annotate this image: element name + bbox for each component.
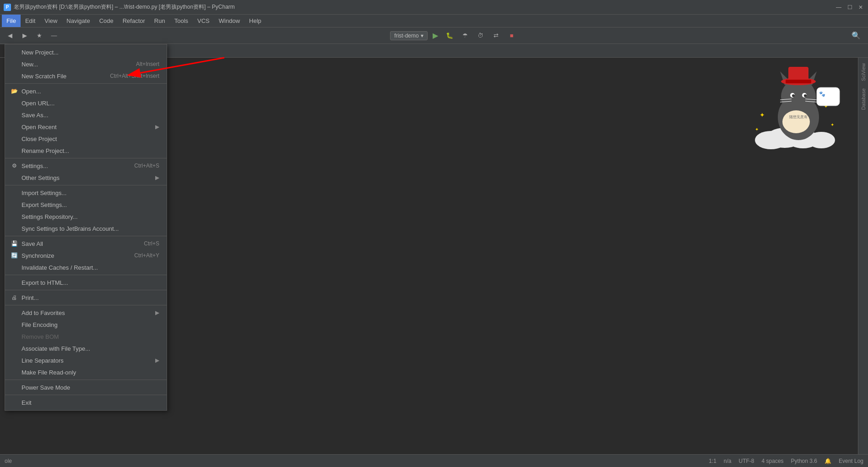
search-everywhere-icon[interactable]: 🔍 [848, 31, 864, 40]
menu-add-favorites[interactable]: Add to Favorites ▶ [5, 307, 167, 319]
save-all-shortcut: Ctrl+S [144, 240, 159, 247]
run-config-arrow: ▾ [421, 33, 423, 39]
minimize-tool-button[interactable]: — [48, 29, 60, 42]
menu-other-settings[interactable]: Other Settings ▶ [5, 172, 167, 184]
menu-synchronize[interactable]: 🔄 Synchronize Ctrl+Alt+Y [5, 250, 167, 261]
save-all-label: Save All [22, 240, 43, 247]
print-icon: 🖨 [11, 294, 18, 301]
menu-close-project[interactable]: Close Project [5, 133, 167, 145]
debug-button[interactable]: 🐛 [443, 29, 456, 42]
sync-settings-label: Sync Settings to JetBrains Account... [22, 225, 119, 232]
svg-text:✦: ✦ [830, 122, 834, 127]
forward-button[interactable]: ▶ [18, 29, 31, 42]
menu-file[interactable]: File [2, 15, 21, 27]
menu-new-scratch[interactable]: New Scratch File Ctrl+Alt+Shift+Insert [5, 70, 167, 82]
close-button[interactable]: ✕ [857, 4, 864, 11]
stop-button[interactable]: ■ [505, 29, 518, 42]
synchronize-label: Synchronize [22, 252, 54, 259]
menu-open-url[interactable]: Open URL... [5, 97, 167, 109]
menu-rename-project[interactable]: Rename Project... [5, 145, 167, 157]
status-line-sep[interactable]: 4 spaces [762, 458, 784, 464]
window-title: 老男孩python资料 [D:\老男孩python资料] – ...\frist… [14, 3, 835, 11]
line-separators-label: Line Separators [22, 357, 64, 364]
cat-decoration: ✦ ✦ ✦ ✦ [753, 62, 844, 154]
menu-help[interactable]: Help [244, 15, 266, 27]
concurrency-button[interactable]: ⇄ [490, 29, 503, 42]
sep8 [5, 380, 167, 380]
menu-invalidate-caches[interactable]: Invalidate Caches / Restart... [5, 261, 167, 273]
open-label: Open... [22, 88, 41, 95]
menu-print[interactable]: 🖨 Print... [5, 292, 167, 304]
menu-make-read-only[interactable]: Make File Read-only [5, 366, 167, 378]
menu-import-settings[interactable]: Import Settings... [5, 187, 167, 199]
menu-save-as[interactable]: Save As... [5, 109, 167, 121]
menu-export-settings[interactable]: Export Settings... [5, 199, 167, 211]
menu-associate-file-type[interactable]: Associate with File Type... [5, 342, 167, 354]
menu-open-recent[interactable]: Open Recent ▶ [5, 121, 167, 133]
invalidate-caches-label: Invalidate Caches / Restart... [22, 264, 98, 271]
right-side-panel: SciView Database [858, 58, 868, 454]
rename-project-label: Rename Project... [22, 147, 69, 154]
new-scratch-shortcut: Ctrl+Alt+Shift+Insert [110, 73, 159, 79]
open-recent-label: Open Recent [22, 124, 57, 130]
close-project-label: Close Project [22, 136, 57, 142]
menu-navigate[interactable]: Navigate [62, 15, 94, 27]
menu-run[interactable]: Run [150, 15, 170, 27]
menu-view[interactable]: View [40, 15, 62, 27]
save-all-icon: 💾 [11, 240, 18, 247]
menu-new[interactable]: New... Alt+Insert [5, 58, 167, 70]
database-panel[interactable]: Database [860, 85, 867, 114]
status-python[interactable]: Python 3.6 [791, 458, 817, 464]
sep4 [5, 236, 167, 236]
svg-point-17 [792, 94, 795, 97]
add-favorites-label: Add to Favorites [22, 310, 65, 316]
save-as-label: Save As... [22, 112, 49, 119]
menu-tools[interactable]: Tools [170, 15, 193, 27]
line-separators-arrow: ▶ [155, 357, 159, 364]
open-recent-arrow: ▶ [155, 124, 159, 130]
menu-open[interactable]: 📂 Open... [5, 85, 167, 97]
back-button[interactable]: ◀ [4, 29, 16, 42]
menu-file-encoding[interactable]: File Encoding [5, 319, 167, 331]
minimize-button[interactable]: — [835, 4, 842, 11]
settings-label: Settings... [22, 163, 48, 169]
coverage-button[interactable]: ☂ [459, 29, 472, 42]
menu-sync-settings[interactable]: Sync Settings to JetBrains Account... [5, 223, 167, 234]
settings-shortcut: Ctrl+Alt+S [134, 163, 159, 169]
menu-bar: File Edit View Navigate Code Refactor Ru… [0, 15, 868, 27]
sep2 [5, 158, 167, 158]
menu-power-save[interactable]: Power Save Mode [5, 381, 167, 393]
export-settings-label: Export Settings... [22, 201, 67, 208]
import-settings-label: Import Settings... [22, 190, 66, 196]
menu-settings-repo[interactable]: Settings Repository... [5, 211, 167, 223]
menu-edit[interactable]: Edit [21, 15, 40, 27]
bookmark-button[interactable]: ★ [33, 29, 46, 42]
sep5 [5, 275, 167, 275]
profile-button[interactable]: ⏱ [474, 29, 487, 42]
menu-code[interactable]: Code [95, 15, 118, 27]
menu-settings[interactable]: ⚙ Settings... Ctrl+Alt+S [5, 160, 167, 172]
status-position: 1:1 [709, 458, 716, 464]
sep9 [5, 395, 167, 395]
other-settings-arrow: ▶ [155, 174, 159, 181]
sep3 [5, 185, 167, 185]
menu-new-project[interactable]: New Project... [5, 46, 167, 58]
svg-point-23 [782, 110, 810, 133]
menu-save-all[interactable]: 💾 Save All Ctrl+S [5, 238, 167, 250]
run-button[interactable]: ▶ [430, 31, 440, 41]
menu-refactor[interactable]: Refactor [118, 15, 150, 27]
sciview-panel[interactable]: SciView [860, 60, 867, 85]
menu-exit[interactable]: Exit [5, 396, 167, 408]
event-log-label[interactable]: Event Log [839, 458, 863, 464]
add-favorites-arrow: ▶ [155, 310, 159, 316]
menu-window[interactable]: Window [214, 15, 244, 27]
status-encoding[interactable]: UTF-8 [739, 458, 754, 464]
maximize-button[interactable]: ☐ [846, 4, 853, 11]
menu-vcs[interactable]: VCS [193, 15, 214, 27]
synchronize-shortcut: Ctrl+Alt+Y [134, 252, 159, 259]
menu-line-separators[interactable]: Line Separators ▶ [5, 354, 167, 366]
menu-export-html[interactable]: Export to HTML... [5, 277, 167, 288]
settings-icon: ⚙ [11, 162, 18, 169]
svg-text:✦: ✦ [760, 111, 765, 119]
run-config-selector[interactable]: frist-demo ▾ [390, 31, 427, 40]
